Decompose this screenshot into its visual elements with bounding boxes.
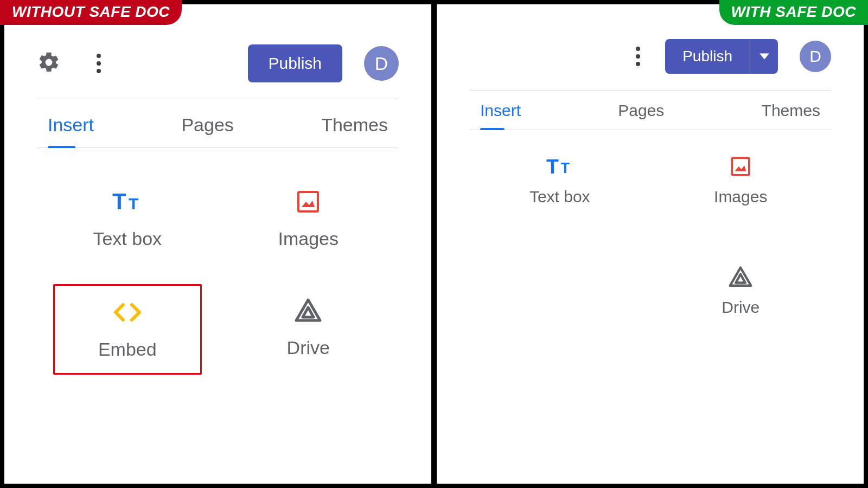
- textbox-icon: TT: [546, 155, 573, 178]
- insert-grid: TT Text box Images Embed Drive: [37, 148, 399, 402]
- caret-down-icon: [760, 52, 769, 61]
- sidebar-tabs: Insert Pages Themes: [37, 99, 399, 148]
- tile-embed-label: Embed: [98, 339, 157, 360]
- images-icon: [295, 188, 321, 215]
- tab-pages[interactable]: Pages: [618, 101, 664, 130]
- svg-text:T: T: [561, 160, 570, 177]
- tab-insert[interactable]: Insert: [480, 101, 521, 130]
- svg-text:T: T: [112, 190, 126, 214]
- account-avatar[interactable]: D: [364, 46, 399, 81]
- tile-drive-label: Drive: [287, 337, 330, 358]
- tile-images-label: Images: [278, 228, 339, 249]
- drive-icon: [294, 297, 322, 324]
- account-avatar[interactable]: D: [800, 41, 831, 72]
- tile-textbox[interactable]: TT Text box: [486, 150, 634, 211]
- tile-images[interactable]: Images: [234, 175, 383, 262]
- publish-button[interactable]: Publish: [248, 44, 342, 82]
- toolbar: Publish D: [469, 23, 831, 90]
- publish-dropdown-button[interactable]: [750, 39, 778, 74]
- sidebar-tabs: Insert Pages Themes: [469, 91, 831, 130]
- tile-embed[interactable]: Embed: [53, 284, 202, 375]
- images-icon: [729, 155, 752, 178]
- insert-grid: TT Text box Images Drive: [469, 130, 831, 349]
- tile-textbox[interactable]: TT Text box: [53, 175, 202, 262]
- svg-marker-7: [735, 165, 746, 171]
- tile-images[interactable]: Images: [667, 150, 815, 211]
- tile-drive[interactable]: Drive: [667, 260, 815, 322]
- tab-insert[interactable]: Insert: [48, 114, 94, 147]
- tile-images-label: Images: [714, 188, 767, 206]
- tile-drive-label: Drive: [722, 298, 760, 317]
- tile-textbox-label: Text box: [93, 228, 162, 249]
- tab-themes[interactable]: Themes: [321, 114, 388, 147]
- publish-split-button: Publish: [665, 39, 778, 74]
- comparison-frame: WITHOUT SAFE DOC WITH SAFE DOC Publish D…: [0, 0, 868, 488]
- more-options-icon[interactable]: [633, 43, 643, 69]
- tab-pages[interactable]: Pages: [181, 114, 233, 147]
- tile-drive[interactable]: Drive: [234, 284, 383, 375]
- settings-icon[interactable]: [37, 50, 61, 76]
- svg-text:T: T: [546, 156, 559, 177]
- svg-marker-3: [302, 201, 315, 207]
- toolbar: Publish D: [37, 23, 399, 99]
- embed-icon: [112, 299, 143, 326]
- tile-textbox-label: Text box: [529, 188, 590, 206]
- tab-themes[interactable]: Themes: [762, 101, 820, 130]
- svg-rect-2: [298, 192, 318, 211]
- svg-text:T: T: [129, 195, 138, 213]
- more-options-icon[interactable]: [93, 50, 104, 76]
- svg-rect-6: [732, 158, 750, 175]
- badge-without-safedoc: WITHOUT SAFE DOC: [0, 0, 182, 25]
- textbox-icon: TT: [112, 188, 143, 215]
- panel-without-safedoc: Publish D Insert Pages Themes TT Text bo…: [4, 4, 431, 484]
- drive-icon: [728, 266, 753, 288]
- panel-with-safedoc: Publish D Insert Pages Themes TT Text bo…: [437, 4, 864, 484]
- publish-button[interactable]: Publish: [665, 39, 750, 74]
- badge-with-safedoc: WITH SAFE DOC: [719, 0, 869, 25]
